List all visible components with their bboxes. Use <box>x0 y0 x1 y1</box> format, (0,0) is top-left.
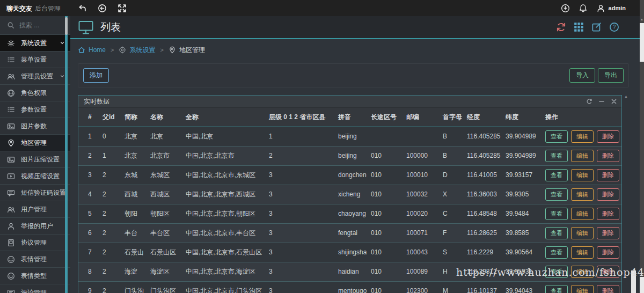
panel-close-icon[interactable] <box>611 98 617 105</box>
column-header: 层级 0 1 2 省市区县 <box>265 108 334 127</box>
table-cell: H <box>438 262 463 281</box>
sidebar-item-image-params[interactable]: 图片参数 <box>0 118 70 135</box>
table-cell: 东城 <box>120 165 146 185</box>
view-button[interactable]: 查看 <box>545 246 568 259</box>
sidebar-scrollbar-thumb[interactable] <box>65 17 68 35</box>
scrollbar-up-arrow[interactable]: ▲ <box>624 94 628 98</box>
download-icon[interactable] <box>561 4 570 13</box>
view-button[interactable]: 查看 <box>545 169 568 181</box>
column-header: 拼音 <box>334 108 367 127</box>
sidebar-item-user-management[interactable]: 用户管理 <box>0 201 70 218</box>
search-input[interactable] <box>19 21 57 29</box>
sidebar-item-emoji-management[interactable]: 表情管理 <box>0 251 70 268</box>
table-cell: 3 <box>265 281 334 293</box>
edit-button[interactable]: 编辑 <box>571 208 594 220</box>
sidebar-item-menu-settings[interactable]: 菜单设置 <box>0 52 70 68</box>
delete-button[interactable]: 删除 <box>597 169 619 181</box>
logo-title: 聊天交友 <box>6 5 32 12</box>
table-cell: 中国,北京,北京市,海淀区 <box>181 262 265 281</box>
table-cell: S <box>438 243 463 262</box>
sidebar-item-video-compress[interactable]: 视频压缩设置 <box>0 168 70 185</box>
sidebar-item-role-permissions[interactable]: 角色权限 <box>0 85 70 101</box>
refresh-icon[interactable] <box>556 22 566 32</box>
column-header: 纬度 <box>501 108 541 127</box>
content-scrollbar[interactable]: ▲ <box>624 92 628 293</box>
sidebar-item-reported-users[interactable]: 举报的用户 <box>0 218 70 235</box>
sidebar-item-agreement-management[interactable]: 协议管理 <box>0 235 70 251</box>
edit-button[interactable]: 编辑 <box>571 246 594 259</box>
delete-button[interactable]: 删除 <box>597 150 619 162</box>
window-scrollbar-bottom[interactable] <box>640 277 644 293</box>
circle-arrow-icon[interactable] <box>98 4 107 13</box>
export-button[interactable]: 导出 <box>598 68 624 83</box>
sidebar-item-sms-code-settings[interactable]: 短信验证码设置 <box>0 185 70 201</box>
view-button[interactable]: 查看 <box>545 208 568 220</box>
table-cell: haidian <box>334 262 367 281</box>
window-scrollbar-thumb[interactable] <box>640 23 644 62</box>
table-cell: 116.41005 <box>463 165 501 185</box>
panel-minimize-icon[interactable] <box>598 98 605 105</box>
table-cell: 丰台区 <box>146 223 181 243</box>
actions-cell: 查看编辑删除 <box>541 204 621 223</box>
edit-button[interactable]: 编辑 <box>571 285 594 293</box>
column-header: 操作 <box>541 108 621 127</box>
table-cell: 3 <box>265 243 334 262</box>
content-scrollbar-thumb[interactable] <box>631 270 636 293</box>
fullscreen-expand-icon[interactable] <box>118 4 127 13</box>
delete-button[interactable]: 删除 <box>597 285 619 293</box>
add-button[interactable]: 添加 <box>83 68 109 83</box>
window-scrollbar-up-arrow[interactable]: ▲ <box>640 18 644 21</box>
view-button[interactable]: 查看 <box>545 150 568 162</box>
sidebar-item-system-settings[interactable]: 系统设置 <box>0 35 70 52</box>
view-button[interactable]: 查看 <box>545 188 568 201</box>
edit-button[interactable]: 编辑 <box>571 130 594 143</box>
sidebar-item-param-settings[interactable]: 参数设置 <box>0 101 70 118</box>
edit-button[interactable]: 编辑 <box>571 169 594 181</box>
breadcrumb-home[interactable]: Home <box>78 46 106 54</box>
delete-button[interactable]: 删除 <box>597 130 619 143</box>
table-cell: X <box>438 185 463 204</box>
grid-icon[interactable] <box>574 22 584 32</box>
chat-icon <box>7 189 15 197</box>
delete-button[interactable]: 删除 <box>597 188 619 201</box>
table-cell: 2 <box>98 243 120 262</box>
delete-button[interactable]: 删除 <box>597 227 619 239</box>
delete-button[interactable]: 删除 <box>597 208 619 220</box>
view-button[interactable]: 查看 <box>545 266 568 278</box>
table-cell: 39.904989 <box>501 146 541 165</box>
panel-refresh-icon[interactable] <box>586 98 592 105</box>
sidebar-item-admin-settings[interactable]: 管理员设置 <box>0 68 70 85</box>
sidebar-item-label: 图片参数 <box>21 122 47 131</box>
table-cell: 010 <box>367 281 402 293</box>
help-icon[interactable]: ? <box>609 22 619 32</box>
back-arrow-icon[interactable] <box>78 4 87 13</box>
breadcrumb-system-settings[interactable]: 系统设置 <box>119 46 155 55</box>
import-button[interactable]: 导入 <box>569 68 595 83</box>
edit-button[interactable]: 编辑 <box>571 227 594 239</box>
sidebar-scrollbar[interactable] <box>65 16 68 293</box>
image-icon <box>7 156 15 164</box>
edit-button[interactable]: 编辑 <box>571 266 594 278</box>
table-cell: 39.90564 <box>501 243 541 262</box>
edit-icon[interactable] <box>591 22 602 32</box>
column-header: 父id <box>98 108 120 127</box>
edit-button[interactable]: 编辑 <box>571 188 594 201</box>
bell-icon[interactable] <box>579 4 588 13</box>
sidebar-item-region-management[interactable]: 地区管理 <box>0 135 70 151</box>
svg-text:?: ? <box>613 24 616 30</box>
delete-button[interactable]: 删除 <box>597 246 619 259</box>
sidebar-item-image-compress[interactable]: 图片压缩设置 <box>0 151 70 168</box>
view-button[interactable]: 查看 <box>545 130 568 143</box>
edit-button[interactable]: 编辑 <box>571 150 594 162</box>
table-cell: 39.9484 <box>501 204 541 223</box>
sidebar-item-comment-management[interactable]: 评论管理 <box>0 284 70 293</box>
window-scrollbar[interactable]: ▲ <box>640 0 644 293</box>
delete-button[interactable]: 删除 <box>597 266 619 278</box>
table-cell: B <box>438 146 463 165</box>
table-cell: 中国,北京,北京市,东城区 <box>181 165 265 185</box>
actions-cell: 查看编辑删除 <box>541 165 621 185</box>
sidebar-item-emoji-types[interactable]: 表情类型 <box>0 268 70 284</box>
user-menu[interactable]: admin <box>596 4 626 13</box>
view-button[interactable]: 查看 <box>545 285 568 293</box>
view-button[interactable]: 查看 <box>545 227 568 239</box>
